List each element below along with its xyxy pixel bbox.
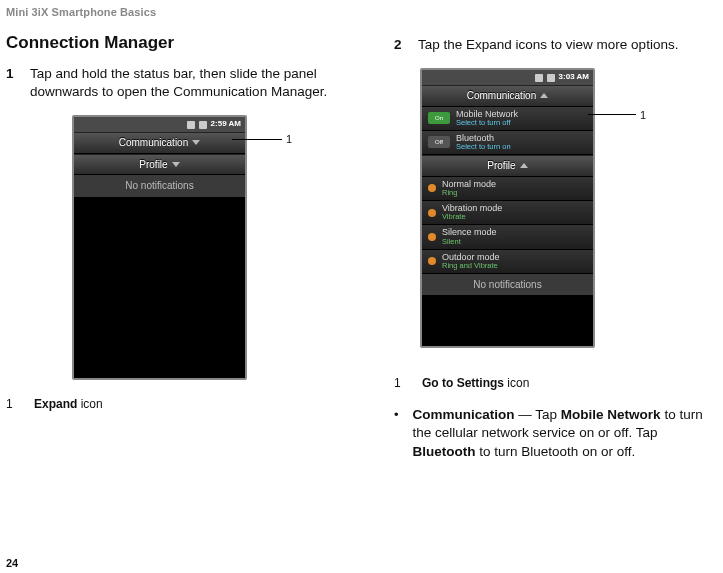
page-number: 24 bbox=[6, 557, 18, 569]
callout-line bbox=[232, 139, 282, 140]
collapse-up-icon bbox=[540, 93, 548, 98]
communication-bar: Communication bbox=[74, 132, 245, 154]
step-text: Tap the Expand icons to view more option… bbox=[418, 36, 713, 54]
communication-label: Communication bbox=[467, 89, 536, 103]
vibration-mode-sub: Vibrate bbox=[442, 213, 502, 221]
mode-dot-icon bbox=[428, 233, 436, 241]
communication-bullet: • Communication — Tap Mobile Network to … bbox=[394, 406, 713, 462]
callout-number: 1 bbox=[640, 108, 646, 123]
status-bar: 2:59 AM bbox=[74, 117, 245, 132]
right-column: 2 Tap the Expand icons to view more opti… bbox=[394, 18, 713, 462]
left-column: Connection Manager 1 Tap and hold the st… bbox=[6, 18, 376, 462]
legend-text: Expand icon bbox=[34, 396, 103, 412]
profile-label: Profile bbox=[487, 159, 515, 173]
phone-screenshot-left: 2:59 AM Communication Profile No notific… bbox=[72, 115, 247, 380]
empty-area bbox=[422, 295, 593, 348]
phone-screen: 2:59 AM Communication Profile No notific… bbox=[72, 115, 247, 380]
normal-mode-row: Normal mode Ring bbox=[422, 177, 593, 201]
bullet-text: Communication — Tap Mobile Network to tu… bbox=[413, 406, 713, 462]
step-2: 2 Tap the Expand icons to view more opti… bbox=[394, 36, 713, 54]
step-text: Tap and hold the status bar, then slide … bbox=[30, 65, 376, 101]
status-time: 2:59 AM bbox=[211, 119, 241, 130]
no-notifications-bar: No notifications bbox=[74, 175, 245, 197]
communication-bar: Communication bbox=[422, 85, 593, 107]
normal-mode-sub: Ring bbox=[442, 189, 496, 197]
status-bar: 3:03 AM bbox=[422, 70, 593, 85]
phone-screenshot-right: 3:03 AM Communication On Mobile Network … bbox=[420, 68, 595, 348]
toggle-off-icon: Off bbox=[428, 136, 450, 148]
phone-screen: 3:03 AM Communication On Mobile Network … bbox=[420, 68, 595, 348]
step-number: 1 bbox=[6, 65, 18, 101]
battery-icon bbox=[547, 74, 555, 82]
silence-mode-sub: Silent bbox=[442, 238, 497, 246]
status-time: 3:03 AM bbox=[559, 72, 589, 83]
silence-mode-row: Silence mode Silent bbox=[422, 225, 593, 249]
legend-left: 1 Expand icon bbox=[6, 396, 376, 412]
legend-right: 1 Go to Settings icon bbox=[394, 375, 713, 391]
step-1: 1 Tap and hold the status bar, then slid… bbox=[6, 65, 376, 101]
outdoor-mode-row: Outdoor mode Ring and Vibrate bbox=[422, 250, 593, 274]
callout-number: 1 bbox=[286, 132, 292, 147]
bluetooth-row: Off Bluetooth Select to turn on bbox=[422, 131, 593, 155]
mode-dot-icon bbox=[428, 184, 436, 192]
vibration-mode-row: Vibration mode Vibrate bbox=[422, 201, 593, 225]
expand-down-icon bbox=[172, 162, 180, 167]
legend-number: 1 bbox=[394, 375, 404, 391]
toggle-on-icon: On bbox=[428, 112, 450, 124]
legend-number: 1 bbox=[6, 396, 16, 412]
signal-icon bbox=[535, 74, 543, 82]
battery-icon bbox=[199, 121, 207, 129]
signal-icon bbox=[187, 121, 195, 129]
legend-text: Go to Settings icon bbox=[422, 375, 529, 391]
no-notifications-bar: No notifications bbox=[422, 274, 593, 296]
profile-bar: Profile bbox=[74, 154, 245, 176]
bullet-icon: • bbox=[394, 406, 399, 462]
mode-dot-icon bbox=[428, 257, 436, 265]
empty-area bbox=[74, 197, 245, 381]
collapse-up-icon bbox=[520, 163, 528, 168]
outdoor-mode-sub: Ring and Vibrate bbox=[442, 262, 500, 270]
profile-label: Profile bbox=[139, 158, 167, 172]
step-number: 2 bbox=[394, 36, 406, 54]
running-header: Mini 3iX Smartphone Basics bbox=[6, 6, 713, 18]
bluetooth-sub: Select to turn on bbox=[456, 143, 511, 151]
section-title: Connection Manager bbox=[6, 32, 376, 55]
expand-down-icon bbox=[192, 140, 200, 145]
mobile-network-row: On Mobile Network Select to turn off bbox=[422, 107, 593, 131]
mode-dot-icon bbox=[428, 209, 436, 217]
callout-line bbox=[588, 114, 636, 115]
mobile-network-sub: Select to turn off bbox=[456, 119, 518, 127]
communication-label: Communication bbox=[119, 136, 188, 150]
profile-bar: Profile bbox=[422, 155, 593, 177]
